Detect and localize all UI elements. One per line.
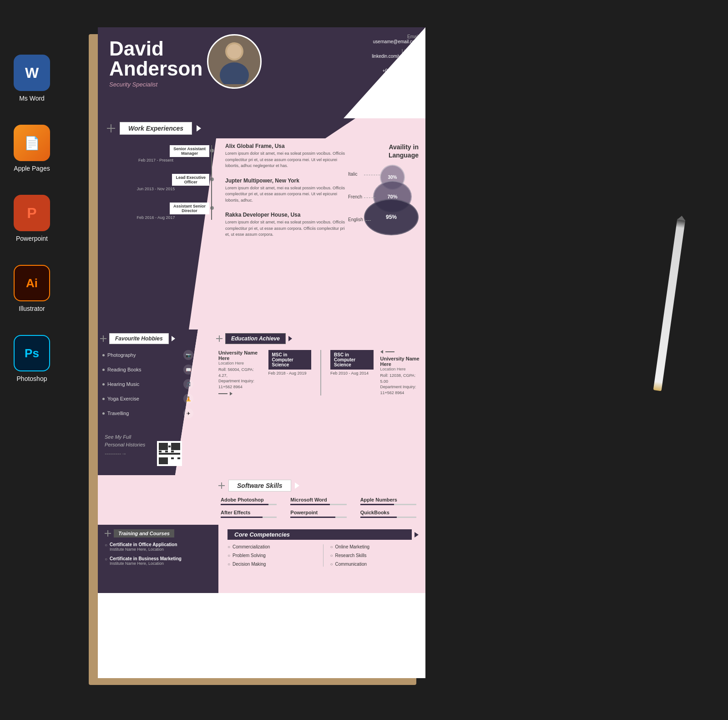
competencies-header: Core Competencies	[228, 529, 419, 540]
profile-photo	[207, 34, 262, 89]
work-entry-3: Rakka Developer House, Usa Lorem ipsum d…	[225, 212, 346, 238]
app-icon-powerpoint[interactable]: P Powerpoint	[14, 195, 50, 242]
lang-english-circle: 95%	[364, 199, 419, 235]
edu-location-2: Location Here	[380, 367, 424, 371]
hobby-icon-3: 🎵	[183, 379, 193, 389]
hobby-dot-1	[102, 354, 105, 356]
edu-school-1: University Name Here	[218, 350, 262, 361]
work-entry-2: Jupter Multipower, New York Lorem ipsum …	[225, 177, 346, 204]
company-3: Rakka Developer House, Usa	[225, 212, 346, 218]
skill-name-4: After Effects	[221, 510, 277, 515]
skill-name-5: Powerpoint	[290, 510, 346, 515]
job-title-1: Senior AssistantManager	[170, 145, 209, 157]
desc-3: Lorem ipsum dolor sit amet, mei ea solea…	[225, 219, 346, 238]
skill-name-2: Microsoft Word	[290, 497, 346, 502]
hobbies-plus-icon	[100, 335, 106, 342]
hobby-icon-4: 🧘	[183, 394, 193, 404]
powerpoint-icon: P	[14, 195, 50, 231]
word-icon: W	[14, 55, 50, 91]
skill-item-5: Powerpoint	[290, 510, 346, 518]
comp-dot-2: ○	[228, 553, 230, 558]
degree-date-2: Feb 2010 - Aug 2014	[330, 371, 374, 375]
comp-item-2: ○ Problem Solving	[228, 553, 316, 558]
comp-col-2: ○ Online Marketing ○ Research Skills ○ C…	[330, 544, 419, 567]
pages-icon: 📄	[14, 125, 50, 161]
hobby-dot-2	[102, 369, 105, 371]
training-title: Training and Courses	[114, 529, 174, 537]
skill-bar-1	[221, 504, 277, 505]
lang-line-1	[364, 175, 382, 175]
skill-fill-2	[290, 504, 329, 505]
skill-bar-3	[360, 504, 416, 505]
comp-dot-5: ○	[330, 553, 333, 558]
hobby-name-4: Yoga Exercise	[107, 396, 181, 401]
work-header-pink	[325, 118, 425, 138]
skill-fill-5	[290, 517, 335, 518]
comp-item-3: ○ Decision Making	[228, 562, 316, 567]
hobby-2: Reading Books 📖	[102, 365, 193, 375]
competencies-title: Core Competencies	[228, 529, 412, 540]
photoshop-icon: Ps	[14, 335, 50, 371]
app-icon-word[interactable]: W Ms Word	[14, 55, 50, 102]
lang-italic-pct: 30%	[388, 175, 397, 180]
skill-bar-6	[360, 517, 416, 518]
contact-email: Email username@email.com	[372, 34, 419, 44]
edu-arrow-icon	[288, 336, 292, 341]
training-dot-2: ○	[105, 557, 107, 566]
skill-name-1: Adobe Photoshop	[221, 497, 277, 502]
comp-item-6: ○ Communication	[330, 562, 419, 567]
hobby-name-3: Hearing Music	[107, 381, 181, 387]
edu-plus-icon	[216, 335, 222, 342]
lang-french-label: French	[348, 194, 362, 199]
hobbies-arrow-icon	[172, 336, 175, 341]
skill-name-3: Apple Numbers	[360, 497, 416, 502]
skills-title: Software Skills	[228, 480, 291, 492]
training-section: Training and Courses ○ Certificate in Of…	[98, 525, 218, 593]
edu-entry-1: University Name Here Location Here Roll:…	[218, 350, 262, 395]
comp-name-4: Online Marketing	[335, 544, 370, 549]
work-arrow-icon	[197, 125, 201, 132]
pages-label: Apple Pages	[14, 165, 50, 172]
hobby-name-5: Travelling	[107, 411, 181, 416]
degree-date-1: Feb 2018 - Aug 2019	[268, 371, 312, 375]
bottom-section: Training and Courses ○ Certificate in Of…	[98, 525, 425, 593]
edu-school-2: University NameHere	[380, 356, 424, 367]
hobby-3: Hearing Music 🎵	[102, 379, 193, 389]
lang-line-3	[364, 220, 371, 221]
skills-section: Software Skills Adobe Photoshop Microsof…	[98, 475, 425, 525]
first-name: David	[109, 39, 202, 59]
hobby-dot-3	[102, 383, 105, 385]
work-entries-list: Alix Global Frame, Usa Lorem ipsum dolor…	[225, 143, 346, 238]
app-icon-pages[interactable]: 📄 Apple Pages	[14, 125, 50, 172]
comp-name-2: Problem Solving	[233, 553, 266, 558]
desc-2: Lorem ipsum dolor sit amet, mei ea solea…	[225, 185, 346, 204]
work-plus-icon	[107, 124, 115, 132]
edu-arrow-2	[380, 350, 424, 354]
comp-name-6: Communication	[335, 562, 367, 567]
skill-item-1: Adobe Photoshop	[221, 497, 277, 505]
svg-point-1	[220, 62, 249, 84]
comp-name-5: Research Skills	[335, 553, 367, 558]
app-icon-illustrator[interactable]: Ai Illustrator	[14, 265, 50, 312]
comp-item-1: ○ Commercialization	[228, 544, 316, 549]
comp-col-1: ○ Commercialization ○ Problem Solving ○ …	[228, 544, 316, 567]
job-date-1: Feb 2017 - Present	[102, 158, 209, 162]
lang-line-2	[364, 198, 375, 198]
degree-box-1: MSC in ComputerScience	[268, 350, 312, 370]
skill-bar-5	[290, 517, 346, 518]
job-entry-2: Lead ExecutiveOfficer Jun 2013 - Nov 201…	[102, 174, 209, 191]
hobbies-list: Photography 📷 Reading Books 📖 Hearing Mu…	[102, 350, 193, 418]
edu-detail-1: Roll: 56004, CGPA: 4.27,Department Inqui…	[218, 367, 262, 390]
timeline-line	[211, 145, 212, 220]
app-icon-photoshop[interactable]: Ps Photoshop	[14, 335, 50, 382]
photoshop-label: Photoshop	[17, 375, 47, 382]
edu-degree-2: BSC in ComputerScience Feb 2010 - Aug 20…	[330, 350, 374, 395]
lang-english-pct: 95%	[386, 214, 397, 220]
job-title-3: Assistant SeniorDirector	[170, 203, 209, 214]
training-plus-icon	[105, 530, 111, 537]
hobby-icon-1: 📷	[183, 350, 193, 360]
skill-name-6: QuickBooks	[360, 510, 416, 515]
lang-english-label: English	[348, 217, 363, 222]
personal-history-section: See My FullPersonal Histories ---------→	[105, 433, 145, 457]
skills-plus-icon	[218, 482, 225, 489]
